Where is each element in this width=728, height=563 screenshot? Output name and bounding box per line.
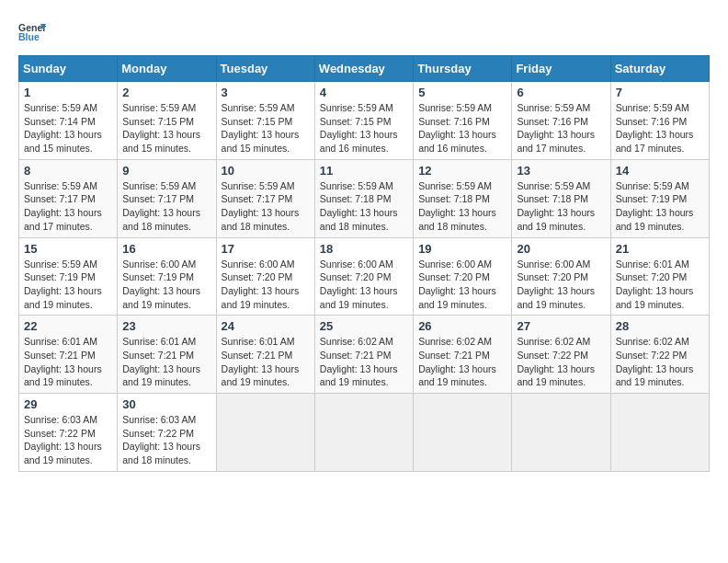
day-cell: 29Sunrise: 6:03 AMSunset: 7:22 PMDayligh… (19, 394, 118, 472)
day-number: 16 (122, 242, 210, 256)
day-number: 19 (418, 242, 506, 256)
day-info: Sunrise: 5:59 AMSunset: 7:16 PMDaylight:… (418, 101, 506, 155)
day-info: Sunrise: 5:59 AMSunset: 7:18 PMDaylight:… (320, 179, 408, 234)
day-cell: 9Sunrise: 5:59 AMSunset: 7:17 PMDaylight… (118, 159, 216, 237)
day-cell: 12Sunrise: 5:59 AMSunset: 7:18 PMDayligh… (414, 159, 512, 237)
day-info: Sunrise: 6:02 AMSunset: 7:22 PMDaylight:… (616, 335, 704, 389)
day-number: 12 (418, 164, 506, 178)
day-info: Sunrise: 6:03 AMSunset: 7:22 PMDaylight:… (24, 413, 112, 467)
day-info: Sunrise: 6:00 AMSunset: 7:20 PMDaylight:… (320, 258, 408, 312)
logo-icon: General Blue (18, 18, 46, 46)
day-info: Sunrise: 5:59 AMSunset: 7:16 PMDaylight:… (517, 101, 605, 155)
day-cell (216, 394, 314, 472)
day-cell: 11Sunrise: 5:59 AMSunset: 7:18 PMDayligh… (314, 159, 413, 237)
day-number: 24 (222, 319, 310, 333)
day-cell: 13Sunrise: 5:59 AMSunset: 7:18 PMDayligh… (512, 159, 610, 237)
col-header-wednesday: Wednesday (314, 56, 413, 82)
day-number: 23 (122, 319, 210, 333)
week-row-2: 8Sunrise: 5:59 AMSunset: 7:17 PMDaylight… (19, 159, 710, 237)
day-cell: 21Sunrise: 6:01 AMSunset: 7:20 PMDayligh… (610, 237, 709, 316)
day-cell: 17Sunrise: 6:00 AMSunset: 7:20 PMDayligh… (216, 237, 314, 316)
day-number: 28 (616, 319, 704, 333)
day-cell: 10Sunrise: 5:59 AMSunset: 7:17 PMDayligh… (216, 159, 314, 237)
day-number: 4 (320, 86, 408, 99)
week-row-3: 15Sunrise: 5:59 AMSunset: 7:19 PMDayligh… (19, 237, 710, 316)
col-header-tuesday: Tuesday (216, 56, 314, 82)
day-number: 3 (222, 86, 310, 99)
day-info: Sunrise: 6:02 AMSunset: 7:22 PMDaylight:… (517, 335, 605, 389)
day-info: Sunrise: 5:59 AMSunset: 7:19 PMDaylight:… (616, 179, 704, 234)
day-info: Sunrise: 5:59 AMSunset: 7:17 PMDaylight:… (222, 179, 310, 234)
day-number: 6 (517, 86, 605, 99)
day-cell: 20Sunrise: 6:00 AMSunset: 7:20 PMDayligh… (512, 237, 610, 316)
day-number: 13 (517, 164, 605, 178)
svg-text:Blue: Blue (18, 31, 40, 42)
day-info: Sunrise: 5:59 AMSunset: 7:17 PMDaylight:… (24, 179, 112, 234)
day-cell: 16Sunrise: 6:00 AMSunset: 7:19 PMDayligh… (118, 237, 216, 316)
day-cell: 30Sunrise: 6:03 AMSunset: 7:22 PMDayligh… (118, 394, 216, 472)
day-number: 26 (418, 319, 506, 333)
day-info: Sunrise: 6:02 AMSunset: 7:21 PMDaylight:… (320, 335, 408, 389)
day-info: Sunrise: 5:59 AMSunset: 7:19 PMDaylight:… (24, 258, 112, 312)
day-cell: 27Sunrise: 6:02 AMSunset: 7:22 PMDayligh… (512, 316, 610, 394)
day-number: 1 (24, 86, 112, 99)
week-row-1: 1Sunrise: 5:59 AMSunset: 7:14 PMDaylight… (19, 82, 710, 160)
day-cell: 3Sunrise: 5:59 AMSunset: 7:15 PMDaylight… (216, 82, 314, 160)
day-info: Sunrise: 6:00 AMSunset: 7:20 PMDaylight:… (222, 258, 310, 312)
col-header-saturday: Saturday (610, 56, 709, 82)
day-info: Sunrise: 5:59 AMSunset: 7:15 PMDaylight:… (222, 101, 310, 155)
day-cell: 22Sunrise: 6:01 AMSunset: 7:21 PMDayligh… (19, 316, 118, 394)
day-cell: 25Sunrise: 6:02 AMSunset: 7:21 PMDayligh… (314, 316, 413, 394)
day-cell: 14Sunrise: 5:59 AMSunset: 7:19 PMDayligh… (610, 159, 709, 237)
day-number: 25 (320, 319, 408, 333)
col-header-friday: Friday (512, 56, 610, 82)
day-cell: 15Sunrise: 5:59 AMSunset: 7:19 PMDayligh… (19, 237, 118, 316)
day-info: Sunrise: 5:59 AMSunset: 7:14 PMDaylight:… (24, 101, 112, 155)
day-cell: 8Sunrise: 5:59 AMSunset: 7:17 PMDaylight… (19, 159, 118, 237)
day-number: 30 (122, 397, 210, 411)
day-cell: 19Sunrise: 6:00 AMSunset: 7:20 PMDayligh… (414, 237, 512, 316)
col-header-monday: Monday (118, 56, 216, 82)
day-number: 9 (122, 164, 210, 178)
day-info: Sunrise: 5:59 AMSunset: 7:16 PMDaylight:… (616, 101, 704, 155)
day-info: Sunrise: 5:59 AMSunset: 7:15 PMDaylight:… (122, 101, 210, 155)
week-row-5: 29Sunrise: 6:03 AMSunset: 7:22 PMDayligh… (19, 394, 710, 472)
day-info: Sunrise: 6:01 AMSunset: 7:21 PMDaylight:… (122, 335, 210, 389)
day-number: 2 (122, 86, 210, 99)
day-number: 29 (24, 397, 112, 411)
day-cell (414, 394, 512, 472)
col-header-thursday: Thursday (414, 56, 512, 82)
day-info: Sunrise: 5:59 AMSunset: 7:18 PMDaylight:… (418, 179, 506, 234)
day-cell: 26Sunrise: 6:02 AMSunset: 7:21 PMDayligh… (414, 316, 512, 394)
day-cell (512, 394, 610, 472)
day-number: 7 (616, 86, 704, 99)
day-number: 22 (24, 319, 112, 333)
day-info: Sunrise: 6:01 AMSunset: 7:20 PMDaylight:… (616, 258, 704, 312)
day-number: 5 (418, 86, 506, 99)
week-row-4: 22Sunrise: 6:01 AMSunset: 7:21 PMDayligh… (19, 316, 710, 394)
day-number: 18 (320, 242, 408, 256)
day-number: 20 (517, 242, 605, 256)
day-cell: 18Sunrise: 6:00 AMSunset: 7:20 PMDayligh… (314, 237, 413, 316)
day-number: 15 (24, 242, 112, 256)
day-cell: 23Sunrise: 6:01 AMSunset: 7:21 PMDayligh… (118, 316, 216, 394)
day-number: 27 (517, 319, 605, 333)
day-number: 11 (320, 164, 408, 178)
day-info: Sunrise: 6:03 AMSunset: 7:22 PMDaylight:… (122, 413, 210, 467)
day-cell: 28Sunrise: 6:02 AMSunset: 7:22 PMDayligh… (610, 316, 709, 394)
day-cell: 2Sunrise: 5:59 AMSunset: 7:15 PMDaylight… (118, 82, 216, 160)
day-info: Sunrise: 6:00 AMSunset: 7:20 PMDaylight:… (517, 258, 605, 312)
day-number: 14 (616, 164, 704, 178)
col-header-sunday: Sunday (19, 56, 118, 82)
day-cell: 6Sunrise: 5:59 AMSunset: 7:16 PMDaylight… (512, 82, 610, 160)
day-number: 21 (616, 242, 704, 256)
day-number: 10 (222, 164, 310, 178)
logo: General Blue (18, 18, 50, 46)
day-cell: 7Sunrise: 5:59 AMSunset: 7:16 PMDaylight… (610, 82, 709, 160)
day-number: 17 (222, 242, 310, 256)
day-number: 8 (24, 164, 112, 178)
day-cell: 4Sunrise: 5:59 AMSunset: 7:15 PMDaylight… (314, 82, 413, 160)
day-info: Sunrise: 6:00 AMSunset: 7:19 PMDaylight:… (122, 258, 210, 312)
day-cell (610, 394, 709, 472)
day-cell: 1Sunrise: 5:59 AMSunset: 7:14 PMDaylight… (19, 82, 118, 160)
